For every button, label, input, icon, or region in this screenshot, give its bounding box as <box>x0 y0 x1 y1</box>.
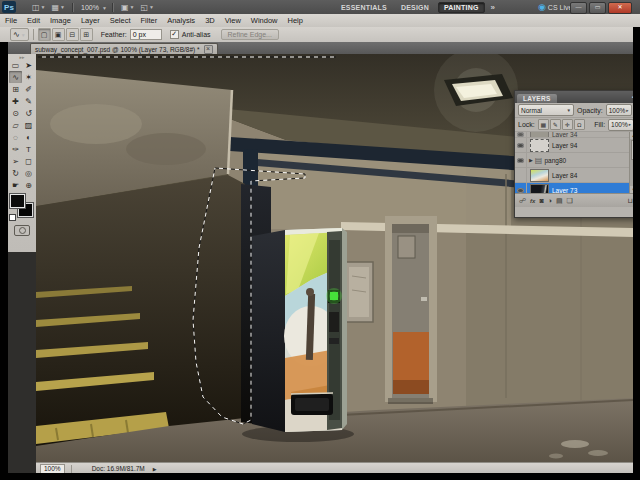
layer-styles-icon[interactable]: fx <box>530 198 535 204</box>
lock-transparency-icon[interactable]: ▦ <box>538 119 549 130</box>
add-to-selection-icon[interactable]: ▣ <box>52 28 65 41</box>
feather-input[interactable]: 0 px <box>130 29 162 40</box>
quick-selection-tool[interactable]: ✶ <box>22 71 35 83</box>
window-controls: — ▭ ✕ <box>570 2 632 14</box>
history-brush-tool[interactable]: ↺ <box>22 107 35 119</box>
layer-row[interactable]: Layer 84 <box>515 168 637 183</box>
workspace-painting[interactable]: PAINTING <box>438 2 485 13</box>
menu-select[interactable]: Select <box>105 16 136 25</box>
refine-edge-button[interactable]: Refine Edge... <box>221 29 279 40</box>
new-layer-icon[interactable]: ❏ <box>567 197 573 205</box>
rectangular-marquee-tool[interactable]: ▭ <box>9 59 22 71</box>
layers-panel: LAYERS ▪ Normal ▼ Opacity: 100% ▸ Lock: … <box>514 90 638 218</box>
pen-tool[interactable]: ✑ <box>9 143 22 155</box>
bridge-icon[interactable]: ◫▼ <box>30 3 48 12</box>
eraser-tool[interactable]: ▱ <box>9 119 22 131</box>
close-button[interactable]: ✕ <box>608 2 632 14</box>
divider <box>33 29 34 40</box>
toolbox-empty-area <box>8 252 36 473</box>
fill-input[interactable]: 100% ▸ <box>608 119 634 131</box>
menu-edit[interactable]: Edit <box>22 16 45 25</box>
menu-image[interactable]: Image <box>45 16 76 25</box>
menu-3d[interactable]: 3D <box>200 16 220 25</box>
chevron-down-icon: ▼ <box>102 5 107 11</box>
link-layers-icon[interactable]: ☍ <box>519 197 526 205</box>
title-bar: Ps ◫▼▦▼100%▼▣▼◱▼ ESSENTIALSDESIGNPAINTIN… <box>0 0 640 14</box>
path-selection-tool[interactable]: ➢ <box>9 155 22 167</box>
layer-thumbnail <box>530 169 549 182</box>
left-frame-bar <box>0 42 8 480</box>
menu-file[interactable]: File <box>0 16 22 25</box>
type-tool[interactable]: T <box>22 143 35 155</box>
workspace-essentials[interactable]: ESSENTIALS <box>336 3 392 12</box>
zoom-tool[interactable]: ⊕ <box>22 179 35 191</box>
menu-view[interactable]: View <box>220 16 246 25</box>
visibility-toggle[interactable] <box>515 138 527 152</box>
menu-window[interactable]: Window <box>246 16 283 25</box>
blend-mode-select[interactable]: Normal ▼ <box>518 104 574 116</box>
zoom-value: 100% <box>79 4 101 11</box>
divider <box>71 465 72 473</box>
view-extras-icon[interactable]: ▦▼ <box>50 3 68 12</box>
quick-mask-icon <box>19 227 26 234</box>
dodge-tool[interactable]: ◐ <box>22 131 35 143</box>
menu-analysis[interactable]: Analysis <box>162 16 200 25</box>
document-size-info: Doc: 16.9M/81.7M <box>92 465 145 472</box>
menu-layer[interactable]: Layer <box>76 16 105 25</box>
3d-camera-tool[interactable]: ◎ <box>22 167 35 179</box>
lasso-tool[interactable]: ∿ <box>9 71 22 83</box>
layers-tab[interactable]: LAYERS <box>517 94 557 103</box>
arrange-documents-icon[interactable]: ▣▼ <box>119 3 137 12</box>
new-selection-icon[interactable]: ▢ <box>38 28 51 41</box>
tab-close-icon[interactable]: × <box>204 45 213 54</box>
healing-brush-tool[interactable]: ✚ <box>9 95 22 107</box>
lock-icons: ▦✎✛Ω <box>538 119 585 130</box>
visibility-toggle[interactable] <box>515 132 527 138</box>
workspace-overflow-icon[interactable]: » <box>491 3 495 12</box>
anti-alias-checkbox[interactable]: ✓ <box>170 30 179 39</box>
quick-mask-button[interactable] <box>14 225 30 236</box>
brush-tool[interactable]: ✎ <box>22 95 35 107</box>
tool-preset-picker[interactable]: ∿ ▼ <box>10 28 29 41</box>
move-tool[interactable]: ➤ <box>22 59 35 71</box>
gradient-tool[interactable]: ▨ <box>22 119 35 131</box>
foreground-color-swatch[interactable] <box>10 194 25 208</box>
menu-help[interactable]: Help <box>283 16 308 25</box>
intersect-with-selection-icon[interactable]: ⊞ <box>80 28 93 41</box>
blur-tool[interactable]: ◌ <box>9 131 22 143</box>
selection-mode-group: ▢▣⊟⊞ <box>38 28 93 41</box>
lock-pixels-icon[interactable]: ✎ <box>550 119 561 130</box>
clone-stamp-tool[interactable]: ⊙ <box>9 107 22 119</box>
zoom-level-input[interactable]: 100% <box>40 464 65 474</box>
layer-row[interactable]: Layer 73 <box>515 183 637 194</box>
3d-rotate-tool[interactable]: ↻ <box>9 167 22 179</box>
shape-tool[interactable]: ◻ <box>22 155 35 167</box>
layer-row[interactable]: Layer 34 <box>515 132 637 138</box>
layer-row[interactable]: ▶▤pang80 <box>515 153 637 168</box>
subtract-from-selection-icon[interactable]: ⊟ <box>66 28 79 41</box>
minimize-button[interactable]: — <box>570 2 587 14</box>
opacity-input[interactable]: 100% ▸ <box>606 104 632 116</box>
workspace-design[interactable]: DESIGN <box>396 3 434 12</box>
visibility-toggle[interactable] <box>515 153 527 167</box>
toolbox-panel: ▸▸ ▭➤∿✶⊞✐✚✎⊙↺▱▨◌◐✑T➢◻↻◎☛⊕ <box>8 54 37 252</box>
crop-tool[interactable]: ⊞ <box>9 83 22 95</box>
lock-position-icon[interactable]: ✛ <box>562 119 573 130</box>
screen-mode-icon[interactable]: ◱▼ <box>138 3 156 12</box>
status-options-icon[interactable]: ▶ <box>153 466 157 472</box>
visibility-toggle[interactable] <box>515 168 527 182</box>
titlebar-zoom-chip[interactable]: 100%▼ <box>79 4 107 11</box>
expand-triangle-icon[interactable]: ▶ <box>529 157 533 163</box>
eyedropper-tool[interactable]: ✐ <box>22 83 35 95</box>
default-colors-icon[interactable] <box>9 214 16 221</box>
menu-filter[interactable]: Filter <box>136 16 163 25</box>
add-layer-mask-icon[interactable]: ◙ <box>539 197 543 204</box>
hand-tool[interactable]: ☛ <box>9 179 22 191</box>
new-group-icon[interactable]: ▤ <box>556 197 563 205</box>
lock-all-icon[interactable]: Ω <box>574 119 585 130</box>
layer-row[interactable]: Layer 94 <box>515 138 637 153</box>
new-adjustment-layer-icon[interactable]: ◑ <box>548 197 552 204</box>
visibility-toggle[interactable] <box>515 183 527 194</box>
lasso-tool-icon: ∿ <box>13 30 20 39</box>
restore-button[interactable]: ▭ <box>589 2 606 14</box>
